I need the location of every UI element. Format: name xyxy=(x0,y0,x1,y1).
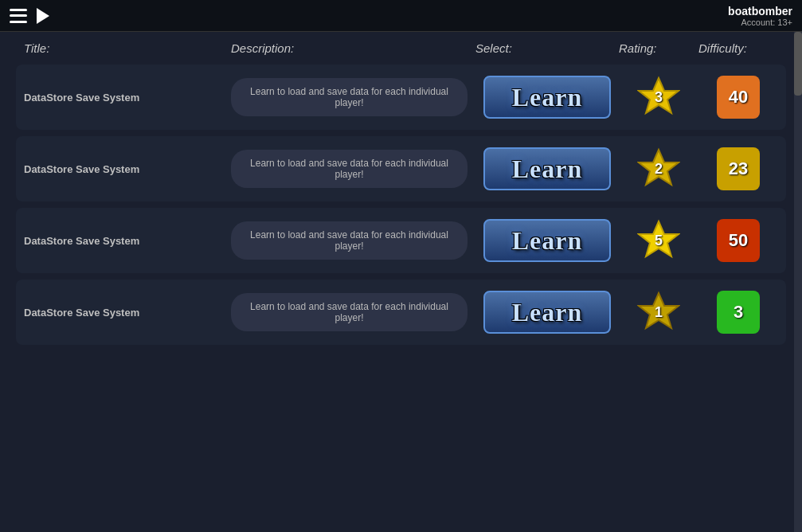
star-cell: 1 xyxy=(619,291,698,334)
learn-label: Learn xyxy=(512,155,583,184)
table-row: DataStore Save System Learn to load and … xyxy=(16,208,786,273)
account-label: Account: 13+ xyxy=(728,18,792,27)
difficulty-cell: 23 xyxy=(698,147,778,190)
rating-number: 5 xyxy=(655,233,663,249)
learn-label: Learn xyxy=(512,298,583,327)
header-difficulty: Difficulty: xyxy=(698,41,778,55)
learn-label: Learn xyxy=(512,226,583,256)
row-title: DataStore Save System xyxy=(24,235,231,247)
header-title: Title: xyxy=(24,41,231,55)
star-badge: 2 xyxy=(637,147,680,190)
difficulty-badge: 40 xyxy=(717,76,760,119)
top-nav: boatbomber Account: 13+ xyxy=(0,0,802,32)
table-row: DataStore Save System Learn to load and … xyxy=(16,280,786,345)
main-content: Title: Description: Select: Rating: Diff… xyxy=(0,32,802,345)
star-badge: 5 xyxy=(637,219,680,262)
difficulty-badge: 3 xyxy=(717,291,760,334)
learn-button[interactable]: Learn xyxy=(483,291,611,334)
nav-left xyxy=(10,8,49,24)
difficulty-badge: 23 xyxy=(717,147,760,190)
row-title: DataStore Save System xyxy=(24,92,231,104)
difficulty-badge: 50 xyxy=(717,219,760,262)
play-icon[interactable] xyxy=(37,8,49,24)
difficulty-cell: 3 xyxy=(698,291,778,334)
star-badge: 3 xyxy=(637,76,680,119)
table-body: DataStore Save System Learn to load and … xyxy=(16,65,786,345)
hamburger-icon[interactable] xyxy=(10,9,27,23)
row-description: Learn to load and save data for each ind… xyxy=(231,221,468,260)
table-row: DataStore Save System Learn to load and … xyxy=(16,136,786,201)
row-title: DataStore Save System xyxy=(24,307,231,319)
header-select: Select: xyxy=(475,41,619,55)
rating-number: 3 xyxy=(655,89,663,106)
header-rating: Rating: xyxy=(619,41,698,55)
row-description: Learn to load and save data for each ind… xyxy=(231,78,468,116)
row-description: Learn to load and save data for each ind… xyxy=(231,293,468,331)
row-description: Learn to load and save data for each ind… xyxy=(231,150,468,188)
row-title: DataStore Save System xyxy=(24,163,231,175)
learn-button[interactable]: Learn xyxy=(483,76,611,119)
star-badge: 1 xyxy=(637,291,680,334)
username-label: boatbomber xyxy=(728,5,792,18)
difficulty-cell: 40 xyxy=(698,76,778,119)
learn-button[interactable]: Learn xyxy=(483,219,611,262)
header-description: Description: xyxy=(231,41,475,55)
learn-button[interactable]: Learn xyxy=(483,147,611,190)
rating-number: 2 xyxy=(655,161,663,178)
star-cell: 2 xyxy=(619,147,698,190)
star-cell: 3 xyxy=(619,76,698,119)
table-header: Title: Description: Select: Rating: Diff… xyxy=(16,32,786,65)
table-row: DataStore Save System Learn to load and … xyxy=(16,65,786,130)
difficulty-cell: 50 xyxy=(698,219,778,262)
learn-label: Learn xyxy=(512,83,583,112)
star-cell: 5 xyxy=(619,219,698,262)
rating-number: 1 xyxy=(655,304,663,321)
nav-right: boatbomber Account: 13+ xyxy=(728,5,792,27)
